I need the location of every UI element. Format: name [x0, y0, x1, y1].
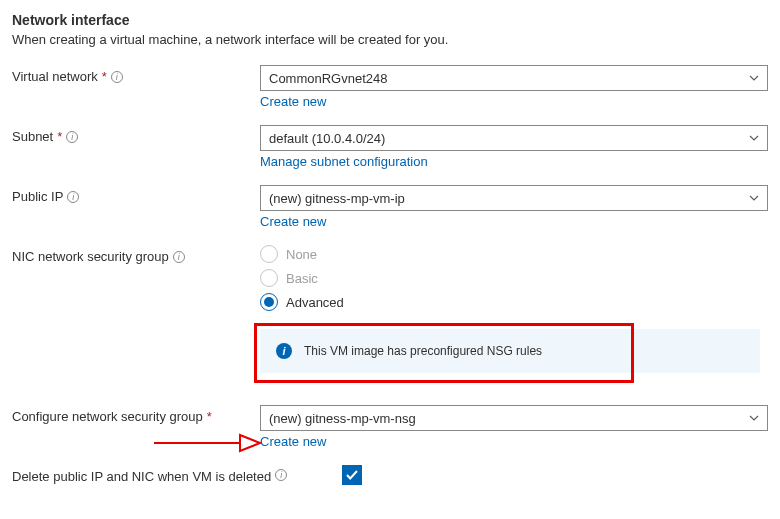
info-icon[interactable] — [66, 131, 78, 143]
info-icon[interactable] — [67, 191, 79, 203]
subnet-dropdown[interactable]: default (10.0.4.0/24) — [260, 125, 768, 151]
nsg-info-banner: This VM image has preconfigured NSG rule… — [260, 329, 760, 373]
nsg-radio-basic[interactable]: Basic — [260, 269, 768, 287]
public-ip-value: (new) gitness-mp-vm-ip — [269, 191, 405, 206]
virtual-network-value: CommonRGvnet248 — [269, 71, 388, 86]
delete-ip-nic-checkbox[interactable] — [342, 465, 362, 485]
delete-ip-nic-label: Delete public IP and NIC when VM is dele… — [12, 469, 271, 486]
chevron-down-icon — [749, 73, 759, 83]
radio-icon — [260, 269, 278, 287]
nsg-info-banner-text: This VM image has preconfigured NSG rule… — [304, 344, 542, 358]
radio-icon — [260, 245, 278, 263]
nsg-radio-none-label: None — [286, 247, 317, 262]
configure-nsg-create-link[interactable]: Create new — [260, 434, 326, 449]
info-icon[interactable] — [173, 251, 185, 263]
info-icon[interactable] — [111, 71, 123, 83]
required-indicator: * — [207, 409, 212, 426]
info-icon[interactable] — [275, 469, 287, 481]
section-description: When creating a virtual machine, a netwo… — [12, 32, 768, 47]
arrow-annotation — [152, 429, 262, 457]
virtual-network-create-link[interactable]: Create new — [260, 94, 326, 109]
nic-nsg-label: NIC network security group — [12, 249, 169, 266]
required-indicator: * — [102, 69, 107, 86]
subnet-label: Subnet — [12, 129, 53, 146]
chevron-down-icon — [749, 413, 759, 423]
nsg-radio-basic-label: Basic — [286, 271, 318, 286]
configure-nsg-label: Configure network security group — [12, 409, 203, 426]
virtual-network-label: Virtual network — [12, 69, 98, 86]
subnet-value: default (10.0.4.0/24) — [269, 131, 385, 146]
radio-icon — [260, 293, 278, 311]
nsg-radio-advanced-label: Advanced — [286, 295, 344, 310]
subnet-manage-link[interactable]: Manage subnet configuration — [260, 154, 428, 169]
public-ip-label: Public IP — [12, 189, 63, 206]
nsg-radio-advanced[interactable]: Advanced — [260, 293, 768, 311]
chevron-down-icon — [749, 193, 759, 203]
nsg-radio-none[interactable]: None — [260, 245, 768, 263]
svg-marker-1 — [240, 435, 260, 451]
required-indicator: * — [57, 129, 62, 146]
virtual-network-dropdown[interactable]: CommonRGvnet248 — [260, 65, 768, 91]
configure-nsg-dropdown[interactable]: (new) gitness-mp-vm-nsg — [260, 405, 768, 431]
configure-nsg-value: (new) gitness-mp-vm-nsg — [269, 411, 416, 426]
public-ip-dropdown[interactable]: (new) gitness-mp-vm-ip — [260, 185, 768, 211]
info-icon — [276, 343, 292, 359]
public-ip-create-link[interactable]: Create new — [260, 214, 326, 229]
section-title: Network interface — [12, 12, 768, 28]
chevron-down-icon — [749, 133, 759, 143]
